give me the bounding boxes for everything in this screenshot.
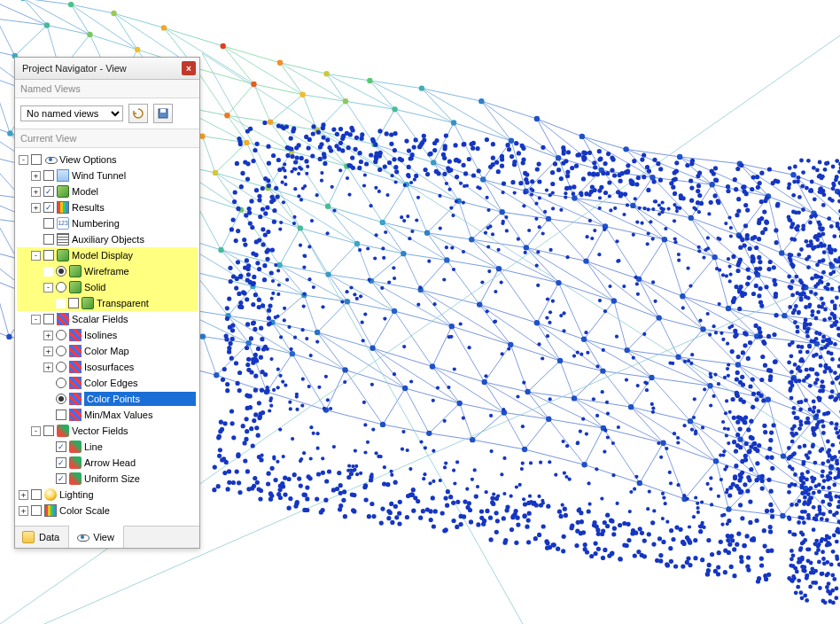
tree-item-color-scale[interactable]: +Color Scale <box>17 503 198 519</box>
svg-point-602 <box>451 120 456 125</box>
checkbox-transparent[interactable] <box>68 298 79 308</box>
checkbox-scalar-fields[interactable] <box>43 314 54 324</box>
radio-color-points[interactable] <box>56 394 66 404</box>
expander-icon[interactable]: + <box>31 187 41 197</box>
checkbox-arrow-head[interactable] <box>56 457 66 468</box>
tree-item-uniform-size[interactable]: Uniform Size <box>17 471 198 487</box>
group-named-views[interactable]: Named Views <box>15 80 199 98</box>
radio-isolines[interactable] <box>56 330 66 340</box>
expander-icon[interactable]: + <box>43 347 53 356</box>
svg-point-1527 <box>254 425 259 430</box>
checkbox-uniform-size[interactable] <box>56 473 66 484</box>
checkbox-results[interactable] <box>43 202 54 213</box>
svg-point-1197 <box>738 427 743 432</box>
svg-point-1337 <box>746 427 751 432</box>
tree-item-wireframe[interactable]: Wireframe <box>17 263 198 279</box>
expander-icon[interactable]: - <box>31 251 41 261</box>
tree-item-numbering[interactable]: 123Numbering <box>17 215 198 231</box>
radio-solid[interactable] <box>56 282 66 292</box>
expander-icon[interactable]: + <box>19 506 28 516</box>
svg-line-189 <box>346 167 407 185</box>
tree-item-isosurfaces[interactable]: +Isosurfaces <box>17 359 198 375</box>
checkbox-line[interactable] <box>56 441 66 452</box>
svg-point-1922 <box>732 547 736 551</box>
svg-point-2781 <box>817 220 821 224</box>
svg-point-2852 <box>825 585 829 589</box>
tree-item-results[interactable]: +Results <box>17 199 198 215</box>
svg-point-653 <box>213 170 218 176</box>
svg-point-1476 <box>730 538 735 542</box>
expander-icon[interactable]: + <box>43 331 53 340</box>
tree-item-minmax[interactable]: Min/Max Values <box>17 407 198 423</box>
svg-line-262 <box>639 279 659 318</box>
svg-point-2250 <box>744 191 749 196</box>
tree-item-aux-objects[interactable]: Auxiliary Objects <box>17 231 198 247</box>
expander-icon[interactable]: - <box>31 315 41 324</box>
tree-item-wind-tunnel[interactable]: +Wind Tunnel <box>17 168 198 183</box>
checkbox-view-options[interactable] <box>31 154 42 165</box>
svg-point-928 <box>726 342 729 346</box>
tree-item-line[interactable]: Line <box>17 439 198 455</box>
checkbox-color-scale[interactable] <box>31 505 42 516</box>
checkbox-vector-fields[interactable] <box>43 425 54 436</box>
expander-icon[interactable]: + <box>31 203 41 213</box>
svg-point-1544 <box>455 460 459 464</box>
svg-point-2149 <box>363 313 367 316</box>
refresh-button[interactable] <box>128 104 148 123</box>
checkbox-model-display[interactable] <box>43 250 54 261</box>
checkbox-numbering[interactable] <box>43 218 54 229</box>
svg-point-2016 <box>514 141 518 145</box>
svg-point-1990 <box>647 169 651 174</box>
svg-point-1336 <box>759 557 764 561</box>
close-icon[interactable]: × <box>182 61 196 75</box>
expander-icon[interactable]: - <box>31 426 41 436</box>
expander-icon[interactable]: - <box>19 155 28 165</box>
svg-point-1657 <box>367 514 371 519</box>
named-views-select[interactable]: No named views <box>20 105 123 121</box>
tree-item-arrow-head[interactable]: Arrow Head <box>17 455 198 471</box>
tree-item-scalar-fields[interactable]: -Scalar Fields <box>17 311 198 327</box>
tree-item-transparent[interactable]: Transparent <box>17 295 198 311</box>
checkbox-aux-objects[interactable] <box>43 234 54 245</box>
panel-titlebar[interactable]: Project Navigator - View × <box>15 58 199 80</box>
radio-color-edges[interactable] <box>56 378 66 388</box>
checkbox-lighting[interactable] <box>31 489 42 500</box>
save-view-button[interactable] <box>153 104 173 123</box>
svg-point-2677 <box>794 379 798 384</box>
expander-icon[interactable]: + <box>19 490 28 500</box>
tab-data[interactable]: Data <box>15 526 69 548</box>
checkbox-wind-tunnel[interactable] <box>43 170 54 181</box>
tree-item-view-options[interactable]: -View Options <box>17 152 198 168</box>
checkbox-minmax[interactable] <box>56 410 66 420</box>
expander-icon[interactable]: + <box>31 171 41 181</box>
svg-line-128 <box>227 115 292 152</box>
group-current-view[interactable]: Current View <box>15 129 199 148</box>
svg-point-1165 <box>243 265 247 269</box>
svg-point-1580 <box>270 466 275 471</box>
svg-point-2172 <box>374 186 377 190</box>
tree-item-model-display[interactable]: -Model Display <box>17 247 198 263</box>
tree-item-color-points[interactable]: Color Points <box>17 391 198 407</box>
tree-item-vector-fields[interactable]: -Vector Fields <box>17 423 198 439</box>
svg-point-1647 <box>758 260 762 264</box>
radio-isosurfaces[interactable] <box>56 362 66 372</box>
svg-point-1133 <box>696 183 701 188</box>
checkbox-model[interactable] <box>43 186 54 197</box>
tree-item-solid[interactable]: -Solid <box>17 279 198 295</box>
svg-point-2088 <box>287 477 292 481</box>
radio-wireframe[interactable] <box>56 266 66 277</box>
tab-view[interactable]: View <box>69 526 124 548</box>
tree-item-model[interactable]: +Model <box>17 183 198 199</box>
radio-color-map[interactable] <box>56 346 66 356</box>
tree-item-color-edges[interactable]: Color Edges <box>17 375 198 391</box>
svg-point-1513 <box>770 509 774 513</box>
tree-item-isolines[interactable]: +Isolines <box>17 327 198 343</box>
tree-item-color-map[interactable]: +Color Map <box>17 343 198 359</box>
svg-point-1067 <box>276 194 280 199</box>
expander-icon[interactable]: - <box>43 283 53 292</box>
svg-line-538 <box>640 443 664 483</box>
tree-item-lighting[interactable]: +Lighting <box>17 487 198 503</box>
svg-point-1440 <box>754 246 758 250</box>
expander-icon[interactable]: + <box>43 363 53 372</box>
svg-point-2115 <box>712 324 716 328</box>
